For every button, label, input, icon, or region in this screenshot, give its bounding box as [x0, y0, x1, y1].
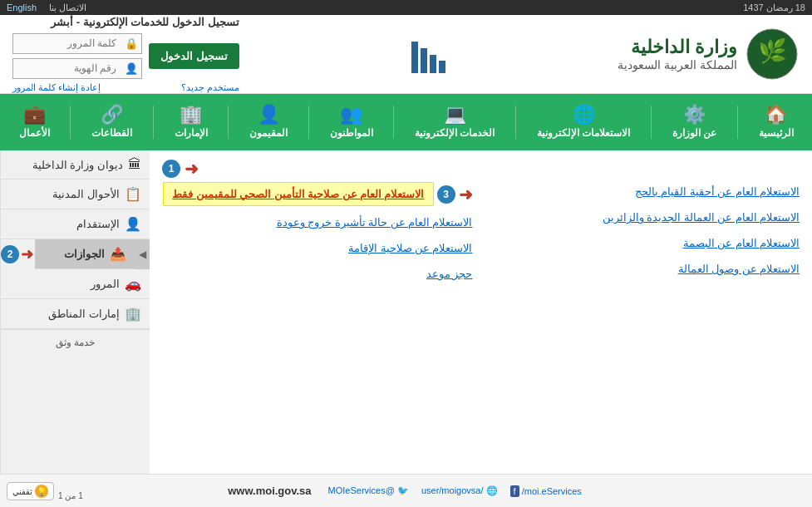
logo-area: 🌿 وزارة الداخلية المملكة العربية السعودي… — [618, 27, 800, 81]
service-link-8[interactable]: حجز موعد — [162, 264, 473, 283]
top-bar: 18 رمضان 1437 English الاتصال بنا — [0, 0, 812, 15]
service-link-7[interactable]: الاستعلام عن صلاحية الإقامة — [162, 239, 473, 258]
service-wathoq: خدمة وثق — [1, 329, 150, 355]
login-area: تسجيل الدخول للخدمات الإلكترونية - أبشر … — [12, 16, 239, 93]
id-field-wrap: 👤 — [12, 58, 142, 79]
annotation-arrow-1: ➜ — [185, 159, 199, 179]
sidebar-toggle[interactable]: ◀ — [135, 239, 150, 269]
sidebar-item-imarates[interactable]: 🏢 إمارات المناطق — [1, 299, 150, 329]
footer-url: www.moi.gov.sa — [228, 485, 311, 497]
footer-twitter: 🐦 @MOIeServices — [328, 485, 409, 496]
ministry-emblem: 🌿 — [746, 27, 800, 81]
equery-icon: 🌐 — [573, 106, 595, 124]
emirates-icon: 🏢 — [180, 106, 202, 124]
service-link-5[interactable]: الاستعلام العام عن صلاحية التأمين الصحي … — [163, 182, 433, 206]
diwan-icon: 🏛 — [128, 157, 141, 172]
home-icon: 🏠 — [765, 106, 787, 124]
sidebar: 🏛 ديوان وزارة الداخلية 📋 الأحوال المدنية… — [0, 150, 150, 474]
business-icon: 💼 — [23, 106, 46, 124]
ministry-name: وزارة الداخلية — [618, 37, 737, 58]
badge-1: 1 — [162, 160, 180, 178]
nav-sep-1 — [737, 106, 738, 139]
nav-item-emirates[interactable]: 🏢 الإمارات — [166, 94, 216, 150]
residents-icon: 👤 — [258, 106, 280, 124]
imarates-icon: 🏢 — [125, 306, 141, 322]
sidebar-item-iqdam[interactable]: 👤 الإستقدام — [1, 209, 150, 239]
new-user-link[interactable]: مستخدم جديد؟ — [181, 82, 239, 93]
sidebar-item-jawazat[interactable]: 📤 الجوازات — [35, 239, 135, 269]
content-wrapper: ➜ 1 الاستعلام العام عن أحقية القيام بالح… — [0, 150, 812, 474]
nav-sep-3 — [515, 106, 516, 139]
user-icon: 👤 — [121, 59, 141, 78]
sidebar-item-civil[interactable]: 📋 الأحوال المدنية — [1, 180, 150, 209]
language-link[interactable]: English — [7, 2, 37, 12]
nav-item-citizens[interactable]: 👥 المواطنون — [322, 94, 381, 150]
nav-item-business[interactable]: 💼 الأعمال — [11, 94, 58, 150]
logo-text: وزارة الداخلية المملكة العربية السعودية — [618, 37, 737, 71]
contact-link[interactable]: الاتصال بنا — [49, 2, 86, 13]
service-link-1[interactable]: الاستعلام العام عن أحقية القيام بالحج — [490, 182, 800, 201]
nav-item-eservices[interactable]: 💻 الخدمات الإلكترونية — [406, 94, 503, 150]
main-content: ➜ 1 الاستعلام العام عن أحقية القيام بالح… — [150, 150, 812, 474]
sidebar-item-diwan[interactable]: 🏛 ديوان وزارة الداخلية — [1, 150, 150, 180]
header: 🌿 وزارة الداخلية المملكة العربية السعودي… — [0, 15, 812, 94]
password-field-wrap: 🔒 — [12, 33, 142, 54]
nav-item-home[interactable]: 🏠 الرئيسية — [750, 94, 802, 150]
jawazat-icon: 📤 — [110, 246, 126, 262]
top-bar-date: 18 رمضان 1437 — [743, 2, 805, 13]
nav-sep-5 — [308, 106, 309, 139]
nav-sep-6 — [228, 106, 229, 139]
nav-item-about[interactable]: ⚙️ عن الوزارة — [664, 94, 725, 150]
civil-icon: 📋 — [125, 186, 141, 202]
nav-item-residents[interactable]: 👤 المقيمون — [241, 94, 296, 150]
footer-social: f /moi.eServices 🌐 /user/moigovsa 🐦 @MOI… — [328, 485, 584, 496]
service-link-6[interactable]: الاستعلام العام عن حالة تأشيرة خروج وعود… — [162, 213, 473, 232]
about-icon: ⚙️ — [683, 106, 706, 124]
sidebar-item-moroor[interactable]: 🚗 المرور — [1, 269, 150, 299]
eservices-icon: 💻 — [444, 106, 466, 124]
id-input[interactable] — [13, 59, 121, 77]
svg-text:🌿: 🌿 — [758, 37, 787, 65]
annotation-arrow-3: ➜ — [459, 185, 473, 204]
chart-icon-area — [411, 32, 445, 77]
services-col-1: الاستعلام العام عن أحقية القيام بالحج ال… — [490, 182, 800, 283]
service-link-3[interactable]: الاستعلام العام عن البصمة — [490, 234, 800, 253]
password-input[interactable] — [13, 34, 121, 52]
citizens-icon: 👥 — [340, 106, 362, 124]
country-name: المملكة العربية السعودية — [618, 58, 737, 71]
nav-sep-4 — [393, 106, 394, 139]
nav-sep-7 — [153, 106, 154, 139]
sectors-icon: 🔗 — [101, 106, 123, 124]
forgot-password-link[interactable]: إعادة إنشاء كلمة المرور — [12, 82, 101, 93]
main-nav: 🏠 الرئيسية ⚙️ عن الوزارة 🌐 الاستعلامات ا… — [0, 94, 812, 150]
footer-website: 🌐 /user/moigovsa — [421, 485, 498, 496]
annotation-arrow-2: ➜ — [21, 245, 33, 263]
lock-icon: 🔒 — [121, 34, 141, 53]
badge-2: 2 — [1, 245, 19, 263]
footer-bar: f /moi.eServices 🌐 /user/moigovsa 🐦 @MOI… — [0, 474, 812, 507]
services-grid: الاستعلام العام عن أحقية القيام بالحج ال… — [162, 182, 800, 283]
service-link-4[interactable]: الاستعلام عن وصول العمالة — [490, 259, 800, 278]
sidebar-item-jawazat-row: ◀ 📤 الجوازات ➜ 2 — [1, 239, 150, 269]
login-button[interactable]: تسجيل الدخول — [149, 43, 239, 69]
login-title: تسجيل الدخول للخدمات الإلكترونية - أبشر — [12, 16, 239, 28]
nav-sep-2 — [651, 106, 652, 139]
iqdam-icon: 👤 — [125, 216, 141, 232]
nav-item-sectors[interactable]: 🔗 القطاعات — [83, 94, 140, 150]
services-col-2: ➜ 3 الاستعلام العام عن صلاحية التأمين ال… — [162, 182, 473, 283]
nav-sep-8 — [70, 106, 71, 139]
service-link-2[interactable]: الاستعلام العام عن العمالة الجديدة والزا… — [490, 208, 800, 227]
footer-facebook: f /moi.eServices — [510, 486, 584, 496]
moroor-icon: 🚗 — [125, 276, 141, 292]
badge-3: 3 — [437, 185, 455, 204]
nav-item-equery[interactable]: 🌐 الاستعلامات الإلكترونية — [529, 94, 638, 150]
